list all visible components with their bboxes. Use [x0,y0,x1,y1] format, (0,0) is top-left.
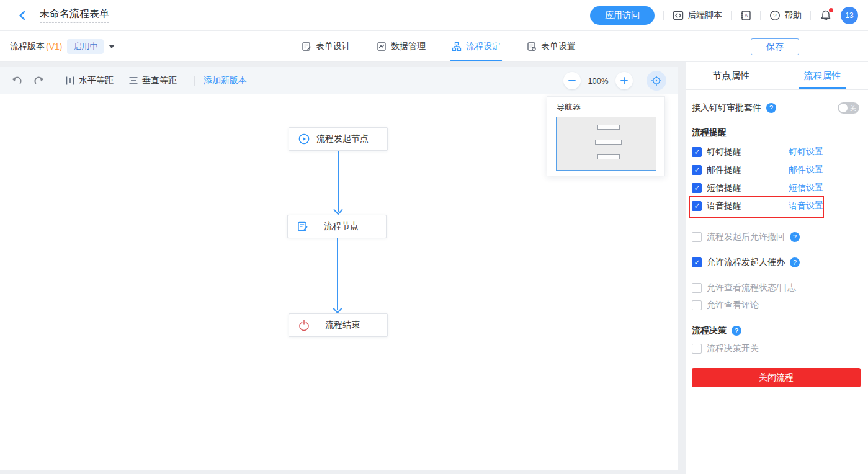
form-edit-icon [297,221,308,232]
undo-button[interactable] [9,73,25,89]
checkbox-allow-urge[interactable] [692,257,702,267]
minimap-node [597,154,620,159]
checkbox-email-reminder[interactable] [692,165,702,175]
tab-flow-properties[interactable]: 流程属性 [777,62,868,89]
tab-label: 表单设置 [541,41,576,52]
checkbox-voice-reminder[interactable] [692,201,702,211]
help-icon[interactable]: ? [732,326,741,336]
flow-node-process[interactable]: 流程节点 [287,215,387,238]
option-row-allow-withdraw: 流程发起后允许撤回 ? [692,228,859,246]
flow-setting-icon [452,42,462,51]
divider [56,76,56,86]
email-settings-link[interactable]: 邮件设置 [789,164,823,176]
backend-script-button[interactable]: 后端脚本 [673,10,722,21]
plus-icon [620,76,629,85]
decision-switch-row: 流程决策开关 [692,340,859,357]
top-header: 未命名流程表单 应用访问 后端脚本 A ? 帮助 13 [0,0,868,31]
horizontal-spacing-button[interactable]: 水平等距 [65,75,114,86]
save-button[interactable]: 保存 [751,38,799,55]
crosshair-icon [651,75,662,86]
dingtalk-settings-link[interactable]: 钉钉设置 [789,146,823,158]
notifications-button[interactable] [820,9,832,22]
reminder-row-dingtalk: 钉钉提醒 钉钉设置 [692,143,859,161]
help-icon[interactable]: ? [790,232,800,242]
close-flow-button[interactable]: 关闭流程 [692,368,861,387]
dingtalk-suite-label: 接入钉钉审批套件 [692,102,761,114]
divider [731,11,732,20]
main-area: 水平等距 垂直等距 添加新版本 100% [0,62,868,474]
tab-label: 流程设定 [466,41,501,52]
zoom-controls: 100% [563,71,669,91]
svg-text:A: A [745,12,748,19]
help-label: 帮助 [784,10,802,21]
minimap-node [595,140,622,145]
minimap-edge [609,145,609,154]
flow-node-end[interactable]: 流程结束 [289,313,388,337]
reminder-section-title: 流程提醒 [692,127,859,138]
status-badge: 启用中 [67,39,104,54]
data-manage-icon [377,42,387,51]
locate-button[interactable] [647,71,666,91]
checkbox-sms-reminder[interactable] [692,183,702,193]
help-button[interactable]: ? 帮助 [769,10,802,21]
tab-form-design[interactable]: 表单设计 [302,31,351,61]
reminder-label: 邮件提醒 [707,164,766,176]
reminder-row-sms: 短信提醒 短信设置 [692,179,859,197]
checkbox-allow-withdraw[interactable] [692,232,702,242]
option-label: 流程发起后允许撤回 [707,231,785,243]
version-bar: 流程版本(V1) 启用中 表单设计 数据管理 流程设定 表单设置 保存 [0,31,868,62]
vertical-spacing-label: 垂直等距 [142,75,177,86]
tab-data-manage[interactable]: 数据管理 [377,31,426,61]
tab-node-properties[interactable]: 节点属性 [686,62,777,89]
checkbox-dingtalk-reminder[interactable] [692,147,702,157]
add-new-version-link[interactable]: 添加新版本 [204,75,247,86]
minus-icon [568,76,576,85]
tab-flow-setting[interactable]: 流程设定 [452,31,501,61]
code-icon [673,10,684,21]
option-label: 允许流程发起人催办 [707,257,785,268]
avatar[interactable]: 13 [841,7,858,24]
redo-button[interactable] [31,73,47,89]
navigator-title: 导航器 [547,97,664,117]
address-book-button[interactable]: A [740,10,751,21]
decision-title-text: 流程决策 [692,325,727,336]
vertical-spacing-icon [128,76,138,86]
form-setting-icon [527,42,537,51]
help-icon[interactable]: ? [766,103,776,113]
version-tag: (V1) [46,42,62,51]
help-icon[interactable]: ? [790,257,800,267]
dingtalk-suite-toggle[interactable]: 关 [838,102,859,114]
checkbox-view-status-log[interactable] [692,283,702,293]
zoom-out-button[interactable] [563,72,581,89]
page-title[interactable]: 未命名流程表单 [40,7,109,23]
version-dropdown-caret-icon[interactable] [109,45,115,48]
vertical-spacing-button[interactable]: 垂直等距 [128,75,177,86]
reminder-rows: 钉钉提醒 钉钉设置 邮件提醒 邮件设置 短信提醒 短信设置 [692,143,859,215]
toggle-off-label: 关 [850,104,856,113]
divider [194,76,195,86]
reminder-label: 语音提醒 [707,200,766,212]
sms-settings-link[interactable]: 短信设置 [789,182,823,194]
zoom-in-button[interactable] [615,72,633,89]
flow-node-start[interactable]: 流程发起节点 [289,127,388,151]
horizontal-spacing-label: 水平等距 [79,75,114,86]
checkbox-view-comments[interactable] [692,300,702,310]
option-label: 允许查看评论 [707,300,759,311]
voice-settings-link[interactable]: 语音设置 [789,200,823,212]
reminder-row-voice: 语音提醒 语音设置 [692,197,859,215]
minimap[interactable] [556,117,656,171]
divider [760,11,761,20]
reminder-label: 短信提醒 [707,182,766,194]
designer-tabs: 表单设计 数据管理 流程设定 表单设置 [302,31,576,61]
play-circle-icon [298,133,310,145]
checkbox-decision-switch[interactable] [692,344,702,354]
tab-label: 表单设计 [316,41,351,52]
flow-canvas[interactable]: 流程发起节点 流程节点 流程结束 导航器 [0,94,678,470]
form-design-icon [302,42,311,51]
tab-form-setting[interactable]: 表单设置 [527,31,576,61]
back-button[interactable] [14,7,31,24]
app-access-button[interactable]: 应用访问 [590,6,655,25]
svg-text:?: ? [773,12,776,19]
option-row-view-status: 允许查看流程状态/日志 [692,279,859,297]
divider [663,11,664,20]
